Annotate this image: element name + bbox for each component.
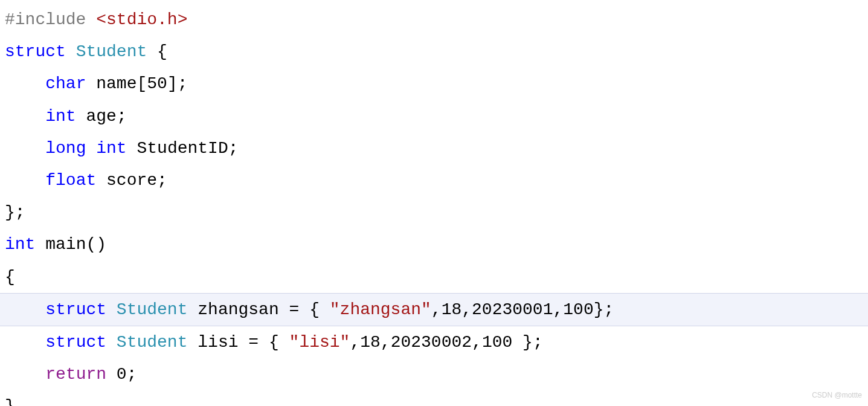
number-literal: 20230002 [391,326,472,358]
code-line-12: return 0; [0,358,868,390]
number-literal: 20230001 [472,294,553,326]
watermark: CSDN @mottte [812,388,862,402]
variable-name: zhangsan [198,294,278,326]
open-brace: { [5,261,15,293]
code-line-6: float score; [0,164,868,196]
field-name: score [106,164,157,196]
number-literal: 18 [442,294,462,326]
keyword-int: int [45,100,76,132]
variable-name: lisi [198,326,238,358]
code-block: #include <stdio.h> struct Student { char… [0,4,868,406]
open-brace: { [157,36,167,68]
keyword-float: float [45,164,96,196]
keyword-return: return [45,358,106,390]
code-line-1: #include <stdio.h> [0,4,868,36]
keyword-struct: struct [45,294,106,326]
return-value: 0 [117,358,127,390]
type-name: Student [117,326,188,358]
keyword-long: long [45,132,86,164]
code-line-2: struct Student { [0,36,868,68]
code-line-10-highlighted: struct Student zhangsan = { "zhangsan",1… [0,293,868,326]
code-line-11: struct Student lisi = { "lisi",18,202300… [0,326,868,358]
keyword-struct: struct [45,326,106,358]
include-path: <stdio.h> [96,4,187,36]
field-name: name [96,68,137,100]
function-name: main [45,228,86,260]
number-literal: 100 [482,326,512,358]
code-line-3: char name[50]; [0,68,868,100]
number-literal: 18 [360,326,381,358]
code-line-5: long int StudentID; [0,132,868,164]
code-line-4: int age; [0,100,868,132]
type-name: Student [117,294,188,326]
field-name: age [86,100,116,132]
keyword-int: int [5,228,35,260]
field-name: StudentID [137,132,228,164]
keyword-char: char [45,68,86,100]
code-line-8: int main() [0,228,868,260]
code-line-7: }; [0,196,868,228]
string-literal: "lisi" [289,326,350,358]
keyword-struct: struct [5,36,66,68]
type-name: Student [76,36,147,68]
keyword-int: int [96,132,126,164]
number-literal: 100 [563,294,593,326]
code-line-13: } [0,390,868,406]
code-line-9: { [0,261,868,293]
preprocessor-directive: #include [5,4,86,36]
string-literal: "zhangsan" [330,294,431,326]
array-size: 50 [147,68,167,100]
close-brace: }; [5,196,25,228]
close-brace: } [5,390,15,406]
